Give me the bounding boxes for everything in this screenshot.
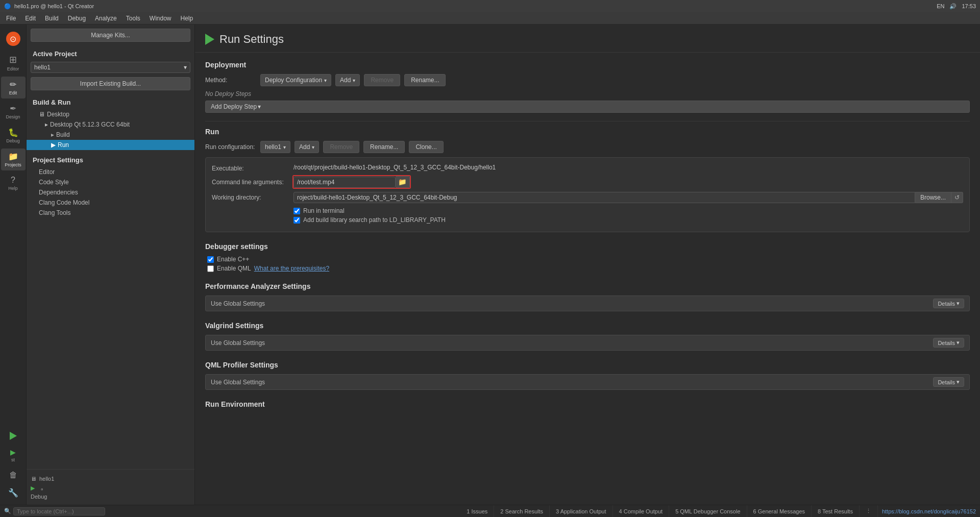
desktop-icon: 🖥 [39, 111, 45, 118]
sidebar-item-trash[interactable]: 🗑 [1, 467, 26, 483]
tab-general-messages-label: 6 General Messages [753, 508, 805, 514]
import-existing-button[interactable]: Import Existing Build... [31, 77, 190, 90]
debug-run-icon: ▶ [10, 448, 16, 456]
sidebar-item-run-bottom[interactable] [1, 429, 26, 443]
sidebar-item-wrench[interactable]: 🔧 [1, 485, 26, 501]
menu-tools[interactable]: Tools [122, 14, 144, 23]
cmd-browse-button[interactable]: 📁 [396, 176, 410, 188]
run-settings-header: Run Settings [195, 24, 980, 53]
menu-analyze[interactable]: Analyze [91, 14, 121, 23]
run-config-dropdown[interactable]: hello1 ▾ [260, 141, 290, 153]
enable-qml-checkbox[interactable] [207, 265, 214, 272]
run-in-terminal-row: Run in terminal [212, 207, 963, 214]
tab-search-results-label: 2 Search Results [500, 508, 543, 514]
add-deploy-step-button[interactable]: Add Deploy Step ▾ [205, 101, 970, 113]
app-icon: 🔵 [4, 3, 11, 10]
titlebar-left: 🔵 hello1.pro @ hello1 - Qt Creator [4, 3, 94, 10]
cmd-args-input[interactable] [293, 177, 396, 188]
project-dropdown[interactable]: hello1 ▾ [31, 62, 190, 73]
working-dir-input[interactable] [293, 192, 915, 203]
menu-debug[interactable]: Debug [64, 14, 90, 23]
menu-help[interactable]: Help [177, 14, 198, 23]
statusbar: 🔍 1 Issues 2 Search Results 3 Applicatio… [0, 505, 980, 517]
settings-clang-tools[interactable]: Clang Tools [27, 208, 194, 218]
tab-compile-output[interactable]: 4 Compile Output [613, 505, 670, 518]
tab-test-results[interactable]: 8 Test Results [812, 505, 860, 518]
tab-search-results[interactable]: 2 Search Results [494, 505, 550, 518]
sidebar-item-ubuntu[interactable]: ⊙ [1, 29, 26, 49]
prerequisites-link[interactable]: What are the prerequisites? [254, 265, 329, 272]
valgrind-global-row: Use Global Settings Details ▾ [205, 335, 970, 351]
tab-issues[interactable]: 1 Issues [460, 505, 494, 518]
deploy-config-dropdown[interactable]: Deploy Configuration ▾ [260, 74, 331, 86]
tab-app-output[interactable]: 3 Application Output [550, 505, 612, 518]
valgrind-details-label: Details [938, 340, 955, 346]
tree-item-desktop-qt[interactable]: ▸ Desktop Qt 5.12.3 GCC 64bit [27, 119, 194, 130]
project-name: hello1 [34, 64, 51, 71]
run-rename-button[interactable]: Rename... [363, 141, 405, 153]
deploy-rename-button[interactable]: Rename... [404, 74, 446, 86]
manage-kits-button[interactable]: Manage Kits... [31, 29, 190, 42]
locate-input[interactable] [13, 507, 105, 515]
browse-button[interactable]: Browse... [915, 192, 951, 203]
build-run-title: Build & Run [27, 94, 194, 109]
settings-editor[interactable]: Editor [27, 167, 194, 177]
sidebar-item-debug[interactable]: 🐛 Debug [1, 125, 26, 146]
desktop-qt-label: Desktop Qt 5.12.3 GCC 64bit [50, 121, 130, 128]
sidebar-item-design[interactable]: ✒ Design [1, 101, 26, 122]
run-in-terminal-label[interactable]: Run in terminal [303, 207, 345, 214]
run-in-terminal-checkbox[interactable] [293, 208, 300, 214]
qml-profiler-details-arrow: ▾ [957, 379, 960, 385]
enable-qml-label[interactable]: Enable QML [217, 265, 251, 272]
sidebar-item-projects[interactable]: 📁 Projects [1, 149, 26, 170]
run-settings-play-icon [205, 34, 214, 45]
no-deploy-steps-label: No Deploy Steps [205, 90, 970, 97]
enable-cpp-checkbox[interactable] [207, 256, 214, 263]
performance-details-button[interactable]: Details ▾ [933, 299, 964, 308]
run-config-label: Run configuration: [205, 143, 256, 151]
settings-clang-code-model[interactable]: Clang Code Model [27, 198, 194, 208]
qml-profiler-details-button[interactable]: Details ▾ [933, 377, 964, 387]
tree-item-build[interactable]: ▸ Build [27, 130, 194, 140]
sidebar-item-edit[interactable]: ✏ Edit [1, 77, 26, 99]
run-add-button[interactable]: Add ▾ [295, 141, 319, 153]
tab-more[interactable]: ⋮ [860, 505, 878, 518]
menu-file[interactable]: File [2, 14, 20, 23]
tab-qml-debugger[interactable]: 5 QML Debugger Console [669, 505, 747, 518]
settings-code-style[interactable]: Code Style [27, 177, 194, 187]
debug-label-bottom: Debug [31, 494, 47, 500]
menu-window[interactable]: Window [145, 14, 176, 23]
valgrind-details-button[interactable]: Details ▾ [933, 338, 964, 348]
tree-item-run[interactable]: ▶ Run [27, 140, 194, 150]
performance-global-row: Use Global Settings Details ▾ [205, 296, 970, 311]
sidebar-item-debug-bottom[interactable]: ▶ st [1, 445, 26, 465]
debug-icon: 🐛 [8, 128, 18, 137]
run-remove-button[interactable]: Remove [323, 141, 359, 153]
qml-profiler-global-row: Use Global Settings Details ▾ [205, 374, 970, 390]
deploy-add-label: Add [340, 77, 351, 84]
menu-edit[interactable]: Edit [21, 14, 40, 23]
tab-general-messages[interactable]: 6 General Messages [747, 505, 812, 518]
sidebar-item-help[interactable]: ? Help [1, 173, 26, 194]
debug-bottom-label: st [11, 457, 15, 462]
volume-icon: 🔊 [949, 3, 957, 10]
tree-item-desktop[interactable]: 🖥 Desktop [27, 109, 194, 119]
reset-dir-button[interactable]: ↺ [951, 192, 963, 203]
help-label: Help [8, 186, 18, 191]
executable-value: /root/qt/project/build-hello1-Desktop_Qt… [293, 164, 496, 171]
run-settings-title: Run Settings [219, 33, 284, 46]
settings-dependencies[interactable]: Dependencies [27, 187, 194, 198]
add-build-library-checkbox[interactable] [293, 217, 300, 224]
run-clone-button[interactable]: Clone... [409, 141, 443, 153]
sidebar-item-welcome[interactable]: ⊞ Editor [1, 51, 26, 75]
menu-build[interactable]: Build [41, 14, 63, 23]
enable-cpp-label[interactable]: Enable C++ [217, 256, 249, 263]
method-label: Method: [205, 77, 256, 84]
ubuntu-icon: ⊙ [6, 32, 20, 46]
valgrind-global-label: Use Global Settings [211, 339, 265, 347]
deploy-add-button[interactable]: Add ▾ [335, 74, 360, 86]
qml-profiler-section-header: QML Profiler Settings [205, 361, 970, 369]
add-build-library-label[interactable]: Add build library search path to LD_LIBR… [303, 216, 446, 224]
statusbar-url[interactable]: https://blog.csdn.net/donglicaiju76152 [878, 508, 980, 514]
deploy-remove-button[interactable]: Remove [364, 74, 400, 86]
